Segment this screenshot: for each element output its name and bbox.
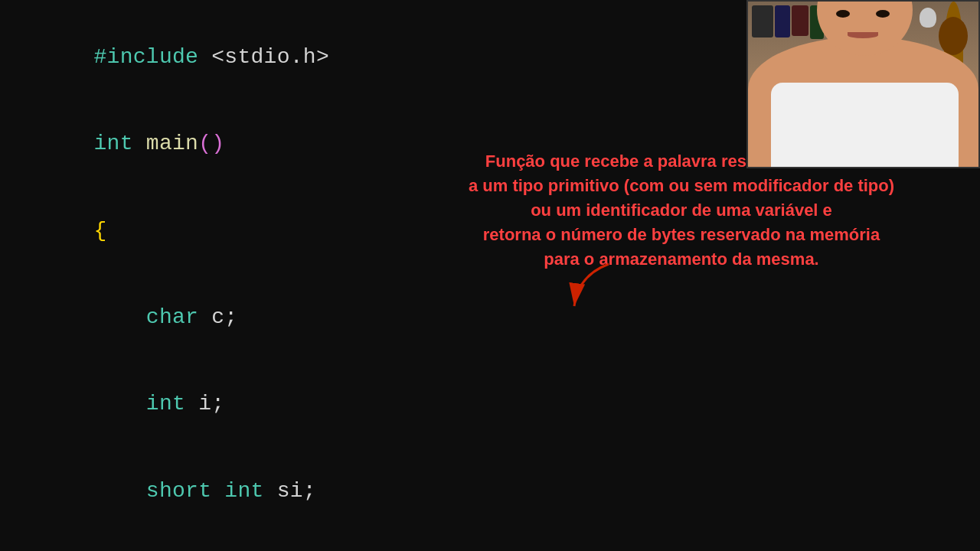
main-func: main	[146, 132, 198, 155]
code-line-1: #include <stdio.h>	[15, 14, 735, 100]
code-line-7: unsigned int ui;	[15, 534, 735, 551]
include-keyword: #include	[94, 45, 199, 69]
code-line-6: short int si;	[15, 448, 735, 534]
arrow-icon	[563, 260, 632, 314]
arrow-container	[563, 260, 632, 318]
main-container: #include <stdio.h> int main() { char c; …	[0, 0, 980, 551]
code-line-5: int i;	[15, 361, 735, 448]
int-keyword: int	[94, 132, 133, 155]
code-area: #include <stdio.h> int main() { char c; …	[0, 0, 750, 551]
webcam-overlay: CANAL PROF LINDER	[746, 0, 980, 168]
